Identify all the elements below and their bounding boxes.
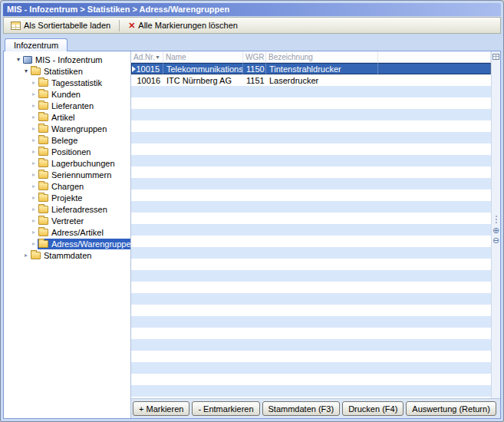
- tree-node[interactable]: Warengruppen: [38, 124, 109, 134]
- folder-icon: [38, 183, 48, 190]
- tree-item-kunden[interactable]: ▸Kunden: [4, 88, 130, 100]
- tree-node[interactable]: Positionen: [38, 147, 93, 157]
- column-header-wgr[interactable]: WGR: [243, 51, 266, 62]
- column-header-label: Name: [166, 53, 186, 61]
- button-stammdaten-f3[interactable]: Stammdaten (F3): [262, 401, 341, 416]
- grid-area: Ad.Nr.▼NameWGRBezeichnung 10015Telekommu…: [130, 51, 500, 418]
- tree-item-label: Lieferadressen: [51, 205, 107, 214]
- clear-marks-label: Alle Markierungen löschen: [138, 21, 238, 30]
- table-cell[interactable]: [378, 63, 491, 74]
- tree-node[interactable]: Stammdaten: [30, 250, 94, 261]
- tree-item-tagesstatistik[interactable]: ▸Tagesstatistik: [4, 77, 130, 88]
- column-chooser-icon[interactable]: [492, 54, 499, 60]
- tree-item-artikel[interactable]: ▸Artikel: [4, 111, 130, 123]
- tree-item-label: Belege: [51, 136, 77, 145]
- table-cell[interactable]: 10016: [131, 74, 163, 86]
- footer-buttons: + Markieren- EntmarkierenStammdaten (F3)…: [131, 398, 500, 418]
- tree-item-label: Seriennummern: [51, 170, 111, 180]
- grid-top: Ad.Nr.▼NameWGRBezeichnung 10015Telekommu…: [131, 51, 500, 398]
- tree-item-lieferadressen[interactable]: ▸Lieferadressen: [4, 203, 130, 215]
- grid-body[interactable]: 10015Telekommunikationste1150Tintenstrah…: [131, 63, 491, 398]
- tree-item-label: Adress/Artikel: [51, 228, 104, 237]
- expand-arrow-icon: ▸: [30, 111, 38, 123]
- folder-icon: [31, 252, 41, 259]
- button-drucken-f4[interactable]: Drucken (F4): [342, 401, 404, 416]
- expand-arrow-icon: ▸: [30, 88, 38, 100]
- tree-item-adress-warengruppen[interactable]: ▸Adress/Warengruppen: [4, 238, 130, 249]
- expand-arrow-icon: ▸: [30, 77, 38, 88]
- cell-text: ITC Nürnberg AG: [166, 76, 232, 85]
- table-cell[interactable]: Telekommunikationste: [163, 63, 243, 74]
- tree-node[interactable]: Tagesstatistik: [38, 77, 104, 88]
- folder-icon: [38, 240, 48, 248]
- tree-node[interactable]: Statistiken: [30, 66, 85, 77]
- tree-node[interactable]: Lieferanten: [38, 101, 96, 111]
- tree-item-lagerbuchungen[interactable]: ▸Lagerbuchungen: [4, 157, 130, 169]
- table-cell[interactable]: ITC Nürnberg AG: [163, 74, 243, 86]
- window-title: MIS - Infozentrum > Statistiken > Adress…: [7, 5, 229, 14]
- tree-node[interactable]: Lieferadressen: [38, 204, 110, 215]
- folder-icon: [38, 125, 48, 133]
- collapse-arrow-icon[interactable]: ▾: [22, 65, 30, 77]
- folder-icon: [38, 194, 48, 202]
- tree-node[interactable]: Adress/Artikel: [38, 227, 106, 238]
- table-cell[interactable]: Laserdrucker: [266, 74, 378, 86]
- button-markieren[interactable]: + Markieren: [133, 401, 189, 416]
- column-header-name[interactable]: Name: [163, 51, 243, 62]
- folder-icon: [38, 171, 48, 179]
- tree-node[interactable]: Adress/Warengruppen: [38, 239, 130, 249]
- column-header-empty[interactable]: [378, 51, 491, 62]
- tree-node[interactable]: Projekte: [38, 193, 84, 203]
- zoom-in-icon[interactable]: ⊕: [492, 226, 499, 234]
- tree-item-chargen[interactable]: ▸Chargen: [4, 180, 130, 192]
- drag-handle-icon[interactable]: [496, 215, 497, 224]
- tree-item-seriennummern[interactable]: ▸Seriennummern: [4, 169, 130, 180]
- tree-item-belege[interactable]: ▸Belege: [4, 134, 130, 146]
- tree-node[interactable]: Lagerbuchungen: [38, 158, 117, 169]
- tree-item-warengruppen[interactable]: ▸Warengruppen: [4, 123, 130, 134]
- column-header-ad-nr[interactable]: Ad.Nr.▼: [131, 51, 163, 62]
- tree-item-lieferanten[interactable]: ▸Lieferanten: [4, 100, 130, 111]
- window-titlebar[interactable]: MIS - Infozentrum > Statistiken > Adress…: [3, 3, 501, 16]
- grid-header: Ad.Nr.▼NameWGRBezeichnung: [131, 51, 491, 63]
- tree-node[interactable]: MIS - Infozentrum: [22, 54, 104, 65]
- tree-item-vertreter[interactable]: ▸Vertreter: [4, 215, 130, 226]
- navigation-tree[interactable]: ▾MIS - Infozentrum▾Statistiken▸Tagesstat…: [4, 51, 130, 418]
- table-row[interactable]: 10015Telekommunikationste1150Tintenstrah…: [131, 63, 491, 74]
- zoom-out-icon[interactable]: ⊖: [492, 236, 499, 244]
- table-cell[interactable]: 1151: [243, 74, 266, 86]
- column-header-bezeichnung[interactable]: Bezeichnung: [266, 51, 378, 62]
- table-cell[interactable]: 10015: [131, 63, 163, 74]
- red-x-icon: ✕: [128, 21, 135, 30]
- tree-item-stammdaten[interactable]: ▸Stammdaten: [4, 249, 130, 261]
- table-row[interactable]: 10016ITC Nürnberg AG1151Laserdrucker: [131, 74, 491, 86]
- expand-arrow-icon: ▸: [30, 146, 38, 157]
- table-cell[interactable]: [378, 74, 491, 86]
- tree-node[interactable]: Seriennummern: [38, 170, 114, 180]
- tree-item-positionen[interactable]: ▸Positionen: [4, 146, 130, 157]
- button-auswertung-return[interactable]: Auswertung (Return): [406, 401, 496, 416]
- tree-item-statistiken[interactable]: ▾Statistiken: [4, 65, 130, 77]
- tree-item-adress-artikel[interactable]: ▸Adress/Artikel: [4, 226, 130, 238]
- folder-icon: [38, 206, 48, 213]
- tree-node[interactable]: Artikel: [38, 112, 77, 123]
- tree-node[interactable]: Vertreter: [38, 216, 86, 226]
- collapse-arrow-icon[interactable]: ▾: [15, 54, 22, 65]
- table-cell[interactable]: Tintenstrahldrucker: [266, 63, 378, 74]
- folder-icon: [38, 229, 48, 236]
- tree-node[interactable]: Chargen: [38, 181, 86, 192]
- expand-arrow-icon[interactable]: ▸: [22, 249, 30, 261]
- tab-infozentrum[interactable]: Infozentrum: [5, 38, 68, 51]
- table-cell[interactable]: 1150: [243, 63, 266, 74]
- button-entmarkieren[interactable]: - Entmarkieren: [192, 401, 259, 416]
- folder-icon: [38, 148, 48, 156]
- clear-marks-button[interactable]: ✕ Alle Markierungen löschen: [124, 18, 242, 32]
- load-sort-table-button[interactable]: Als Sortiertabelle laden: [6, 18, 115, 32]
- expand-arrow-icon: ▸: [30, 203, 38, 215]
- tree-item-projekte[interactable]: ▸Projekte: [4, 192, 130, 203]
- tree-node[interactable]: Kunden: [38, 89, 83, 100]
- toolbar-separator: [119, 20, 120, 31]
- tree-item-mis-infozentrum[interactable]: ▾MIS - Infozentrum: [4, 54, 130, 65]
- tree-node[interactable]: Belege: [38, 135, 80, 146]
- tree-item-label: Lieferanten: [51, 101, 94, 110]
